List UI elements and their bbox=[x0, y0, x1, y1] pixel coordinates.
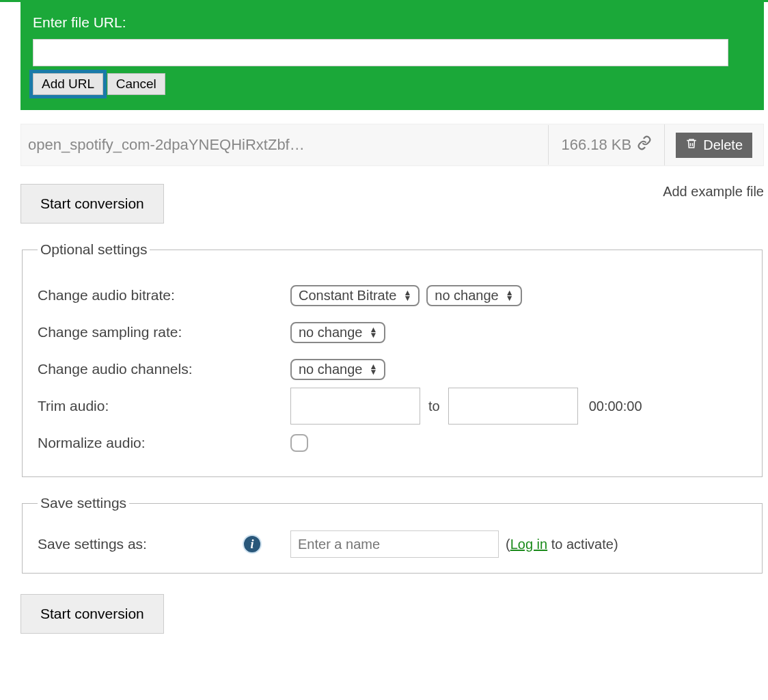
chevron-updown-icon: ▲▼ bbox=[506, 290, 514, 301]
link-icon bbox=[637, 135, 652, 154]
trim-duration: 00:00:00 bbox=[589, 399, 642, 414]
file-size: 166.18 KB bbox=[561, 136, 631, 154]
delete-label: Delete bbox=[703, 137, 743, 153]
add-url-button[interactable]: Add URL bbox=[33, 73, 103, 95]
normalize-checkbox[interactable] bbox=[290, 434, 308, 452]
add-example-file-link[interactable]: Add example file bbox=[663, 184, 764, 200]
audio-channels-select[interactable]: no change ▲▼ bbox=[290, 359, 385, 380]
channels-label: Change audio channels: bbox=[38, 361, 290, 377]
save-settings-legend: Save settings bbox=[38, 495, 129, 511]
chevron-updown-icon: ▲▼ bbox=[403, 290, 411, 301]
enter-url-label: Enter file URL: bbox=[33, 14, 752, 31]
login-paren-open: ( bbox=[506, 537, 510, 552]
file-name: open_spotify_com-2dpaYNEQHiRxtZbf… bbox=[21, 125, 549, 165]
info-icon[interactable]: i bbox=[243, 535, 262, 554]
trim-label: Trim audio: bbox=[38, 398, 290, 414]
file-row: open_spotify_com-2dpaYNEQHiRxtZbf… 166.1… bbox=[20, 124, 764, 166]
save-settings-fieldset: Save settings Save settings as: i (Log i… bbox=[22, 495, 763, 574]
trim-to-label: to bbox=[428, 399, 440, 414]
trash-icon bbox=[685, 137, 698, 154]
sampling-value: no change bbox=[299, 325, 362, 340]
trim-start-input[interactable] bbox=[290, 388, 420, 425]
normalize-label: Normalize audio: bbox=[38, 435, 290, 451]
login-link[interactable]: Log in bbox=[510, 537, 548, 552]
optional-settings-fieldset: Optional settings Change audio bitrate: … bbox=[22, 241, 763, 477]
sampling-rate-select[interactable]: no change ▲▼ bbox=[290, 322, 385, 343]
login-note: (Log in to activate) bbox=[506, 537, 618, 552]
channels-value: no change bbox=[299, 362, 362, 377]
enter-url-panel: Enter file URL: Add URL Cancel bbox=[20, 2, 764, 110]
start-conversion-button-bottom[interactable]: Start conversion bbox=[20, 594, 164, 634]
trim-end-input[interactable] bbox=[448, 388, 578, 425]
delete-button[interactable]: Delete bbox=[676, 133, 752, 158]
login-paren-close: to activate) bbox=[547, 537, 618, 552]
cancel-button[interactable]: Cancel bbox=[107, 73, 165, 95]
chevron-updown-icon: ▲▼ bbox=[369, 364, 377, 375]
chevron-updown-icon: ▲▼ bbox=[369, 327, 377, 338]
file-size-cell: 166.18 KB bbox=[549, 124, 665, 165]
file-url-input[interactable] bbox=[33, 39, 728, 66]
sampling-label: Change sampling rate: bbox=[38, 324, 290, 340]
start-conversion-button-top[interactable]: Start conversion bbox=[20, 184, 164, 224]
bitrate-value-select[interactable]: no change ▲▼ bbox=[426, 285, 521, 306]
bitrate-value-value: no change bbox=[435, 288, 498, 304]
bitrate-mode-value: Constant Bitrate bbox=[299, 288, 396, 304]
bitrate-mode-select[interactable]: Constant Bitrate ▲▼ bbox=[290, 285, 420, 306]
optional-settings-legend: Optional settings bbox=[38, 241, 150, 258]
settings-name-input[interactable] bbox=[290, 530, 499, 558]
bitrate-label: Change audio bitrate: bbox=[38, 287, 290, 304]
